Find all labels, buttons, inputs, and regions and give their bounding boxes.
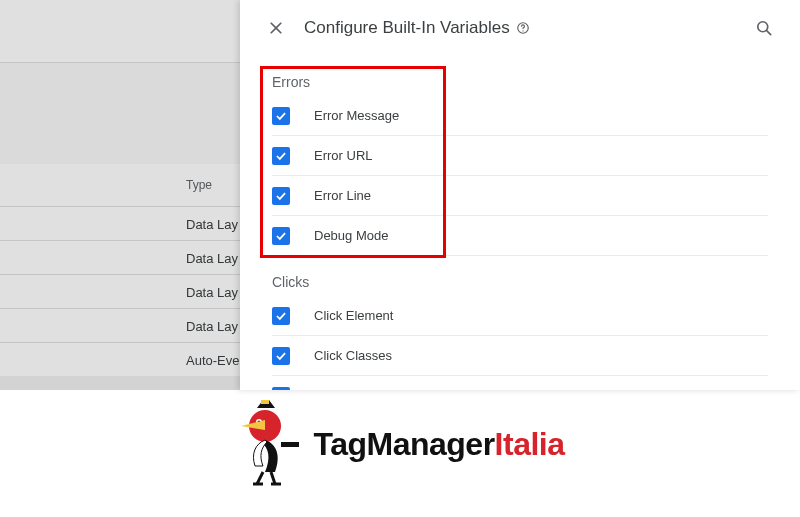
bg-row: Data Lay (0, 240, 240, 274)
checkbox[interactable] (272, 147, 290, 165)
close-button[interactable] (256, 8, 296, 48)
checkbox[interactable] (272, 227, 290, 245)
brand-footer: TagManagerItalia (0, 400, 800, 488)
bg-row: Auto-Eve (0, 342, 240, 376)
variable-row[interactable]: Debug Mode (272, 216, 768, 256)
svg-line-11 (257, 472, 263, 484)
brand-text-a: TagManager (313, 426, 494, 462)
checkbox[interactable] (272, 307, 290, 325)
variable-label: Error Line (314, 188, 371, 203)
checkbox[interactable] (272, 387, 290, 391)
search-button[interactable] (744, 8, 784, 48)
bg-row: Data Lay (0, 308, 240, 342)
variable-row[interactable]: Error URL (272, 136, 768, 176)
bg-row: Data Lay (0, 206, 240, 240)
panel-title: Configure Built-In Variables (304, 18, 510, 38)
check-icon (274, 389, 288, 391)
svg-rect-5 (261, 400, 269, 404)
variable-label: Error Message (314, 108, 399, 123)
woodpecker-logo-icon (235, 400, 307, 488)
bg-col-header: Type (0, 164, 240, 206)
variable-label: Click ID (314, 388, 359, 390)
variable-label: Click Classes (314, 348, 392, 363)
check-icon (274, 189, 288, 203)
variable-row[interactable]: Error Line (272, 176, 768, 216)
configure-panel: Configure Built-In Variables Errors Erro… (240, 0, 800, 390)
check-icon (274, 109, 288, 123)
bg-row: Data Lay (0, 274, 240, 308)
svg-line-12 (271, 472, 275, 484)
variable-label: Error URL (314, 148, 373, 163)
panel-header: Configure Built-In Variables (240, 0, 800, 56)
check-icon (274, 229, 288, 243)
checkbox[interactable] (272, 347, 290, 365)
variable-row[interactable]: Click Element (272, 296, 768, 336)
variable-row[interactable]: Click ID (272, 376, 768, 390)
variable-label: Click Element (314, 308, 393, 323)
variable-label: Debug Mode (314, 228, 388, 243)
close-icon (266, 18, 286, 38)
check-icon (274, 309, 288, 323)
svg-rect-10 (281, 442, 299, 447)
section-title-clicks: Clicks (272, 256, 768, 296)
help-icon[interactable] (516, 21, 530, 35)
checkbox[interactable] (272, 187, 290, 205)
panel-body: Errors Error Message Error URL Error Lin… (240, 56, 800, 390)
search-icon (754, 18, 774, 38)
background-dimmed: Type Data Lay Data Lay Data Lay Data Lay… (0, 0, 240, 390)
checkbox[interactable] (272, 107, 290, 125)
check-icon (274, 349, 288, 363)
variable-row[interactable]: Click Classes (272, 336, 768, 376)
section-title-errors: Errors (272, 56, 768, 96)
brand-text-b: Italia (495, 426, 565, 462)
svg-line-3 (767, 31, 771, 35)
svg-point-1 (522, 30, 523, 31)
variable-row[interactable]: Error Message (272, 96, 768, 136)
check-icon (274, 149, 288, 163)
